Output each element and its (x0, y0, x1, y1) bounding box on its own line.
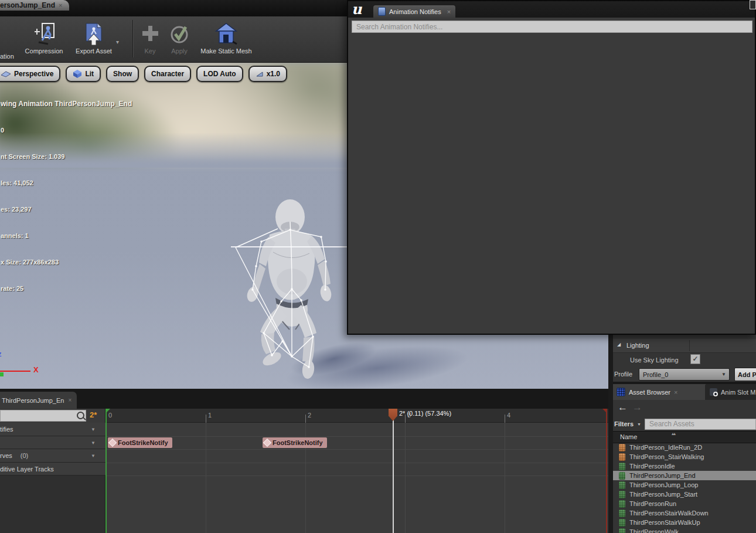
notify-label: FootStrikeNotify (118, 439, 168, 446)
notify-track-row[interactable]: ▼ (0, 436, 105, 449)
apply-label: Apply (171, 47, 188, 55)
additive-layer-tracks-header[interactable]: ditive Layer Tracks (0, 463, 105, 476)
window-corner-button[interactable] (750, 0, 756, 9)
show-button[interactable]: Show (106, 66, 139, 82)
notify-badge-icon (378, 7, 386, 16)
timeline-track-area[interactable]: 0 1 2 3 4 Foot (105, 409, 608, 533)
tab-label: ersonJump_End (0, 1, 55, 9)
search-icon (77, 412, 84, 419)
playback-speed-button[interactable]: x1.0 (248, 66, 287, 82)
chevron-down-icon[interactable]: ▼ (91, 427, 96, 432)
character-button[interactable]: Character (144, 66, 191, 82)
tab-asset-browser[interactable]: Asset Browser × (613, 384, 711, 400)
list-item[interactable]: ThirdPersonStairWalkUp (613, 518, 756, 527)
toolbar-separator (132, 20, 134, 57)
viewport-toolbar: Perspective Lit Show Character LOD Auto (0, 66, 287, 82)
list-item-selected[interactable]: ThirdPersonJump_End (613, 471, 756, 480)
stats-line: annels: 1 (1, 232, 132, 240)
asset-name: ThirdPerson_IdleRun_2D (629, 444, 702, 451)
axis-x-label: X (33, 365, 39, 374)
lod-auto-button[interactable]: LOD Auto (196, 66, 243, 82)
back-arrow-icon[interactable]: ← (618, 402, 628, 413)
animation-notifies-window: u Animation Notifies × (347, 0, 756, 335)
viewport-stats: wing Animation ThirdPersonJump_End 0 nt … (1, 82, 132, 311)
asset-name: ThirdPersonJump_Start (629, 491, 697, 498)
main-toolbar: ation Compression Export Asset ▾ (0, 16, 347, 63)
blendspace-asset-icon (619, 444, 625, 451)
ruler-tick-label: 1 (208, 412, 212, 419)
tab-thirdpersonjump-en[interactable]: ThirdPersonJump_En × (0, 392, 77, 409)
export-asset-button[interactable]: Export Asset (69, 22, 118, 55)
chevron-down-icon[interactable]: ▼ (91, 453, 96, 459)
tab-label: ThirdPersonJump_En (0, 397, 64, 404)
close-icon[interactable]: × (68, 397, 71, 403)
sky-lighting-checkbox[interactable]: ✓ (690, 354, 700, 364)
track-outliner: 2* tifies ▼ ▼ rves(0) ▼ ditive Layer Tra… (0, 409, 105, 533)
list-item[interactable]: ThirdPersonWalk (613, 527, 756, 533)
asset-name: ThirdPersonRun (629, 500, 676, 507)
playhead-time-label: 2* (0.11) (57.34%) (399, 410, 451, 417)
compression-button[interactable]: Compression (19, 22, 69, 55)
perspective-button[interactable]: Perspective (0, 66, 60, 82)
gridline (505, 423, 505, 533)
filters-button[interactable]: Filters (614, 420, 634, 427)
notify-footstrike[interactable]: FootStrikeNotify (108, 437, 172, 448)
track-label: rves (0, 452, 12, 459)
export-asset-label: Export Asset (76, 47, 112, 55)
track-search-input[interactable] (0, 410, 86, 422)
outliner-empty-area (0, 476, 105, 533)
lit-button[interactable]: Lit (66, 66, 101, 82)
asset-name: ThirdPersonJump_Loop (629, 481, 698, 488)
list-item[interactable]: ThirdPersonJump_Loop (613, 480, 756, 490)
list-item[interactable]: ThirdPersonJump_Start (613, 490, 756, 499)
make-static-mesh-button[interactable]: Make Static Mesh (197, 22, 255, 55)
sort-icon: ▴▴ (672, 431, 675, 436)
row-divider (105, 449, 608, 450)
profile-dropdown[interactable]: Profile_0 ▼ (639, 368, 730, 381)
key-label: Key (145, 47, 156, 55)
unreal-logo: u (352, 1, 362, 18)
panel-divider[interactable] (608, 335, 613, 533)
notifies-track-header[interactable]: tifies ▼ (0, 423, 105, 436)
chevron-down-icon[interactable]: ▼ (91, 440, 96, 446)
expander-icon[interactable]: ◢ (617, 342, 621, 347)
animsequence-asset-icon (619, 528, 625, 533)
timeline-tab-bar: ThirdPersonJump_En × (0, 389, 608, 409)
tab-animation-notifies[interactable]: Animation Notifies × (373, 5, 455, 18)
animsequence-asset-icon (619, 519, 625, 527)
list-item[interactable]: ThirdPersonRun (613, 499, 756, 508)
stats-line: es: 23,297 (1, 205, 132, 214)
time-ruler[interactable]: 0 1 2 3 4 (105, 409, 608, 423)
tab-thirdpersonjump-end[interactable]: ersonJump_End × (0, 0, 69, 11)
animsequence-asset-icon (619, 481, 625, 489)
lighting-section-header[interactable]: ◢ Lighting (613, 339, 756, 353)
lit-cube-icon (73, 69, 82, 79)
curves-track-header[interactable]: rves(0) ▼ (0, 449, 105, 463)
search-assets-input[interactable] (645, 419, 756, 430)
toolbar-item-partial[interactable]: ation (0, 53, 14, 60)
tab-anim-slot-manager[interactable]: Anim Slot M (705, 384, 756, 400)
list-item[interactable]: ThirdPersonStairWalkDown (613, 508, 756, 518)
asset-browser-grid-icon (617, 388, 625, 396)
close-icon[interactable]: × (447, 8, 451, 15)
name-column-header[interactable]: Name ▴▴ (613, 431, 756, 443)
export-asset-dropdown-caret[interactable]: ▾ (116, 39, 119, 45)
add-profile-button[interactable]: Add P (734, 368, 756, 381)
list-item[interactable]: ThirdPerson_IdleRun_2D (613, 443, 756, 452)
diamond-icon (108, 439, 117, 447)
close-icon[interactable]: × (674, 389, 677, 396)
window-title-bar[interactable]: u Animation Notifies × (348, 1, 755, 18)
list-item[interactable]: ThirdPerson_StairWalking (613, 452, 756, 461)
diamond-icon (263, 439, 271, 447)
playhead-line[interactable] (393, 410, 394, 533)
chevron-down-icon: ▼ (721, 372, 729, 377)
document-tab-bar: ersonJump_End × (0, 0, 347, 16)
list-item[interactable]: ThirdPersonIdle (613, 461, 756, 471)
search-input[interactable] (352, 21, 752, 33)
close-icon[interactable]: × (59, 2, 62, 9)
row-divider (105, 476, 608, 476)
export-asset-icon (84, 22, 104, 46)
animsequence-asset-icon (619, 463, 625, 470)
notify-footstrike[interactable]: FootStrikeNotify (263, 437, 327, 448)
track-label: ditive Layer Tracks (0, 466, 54, 473)
